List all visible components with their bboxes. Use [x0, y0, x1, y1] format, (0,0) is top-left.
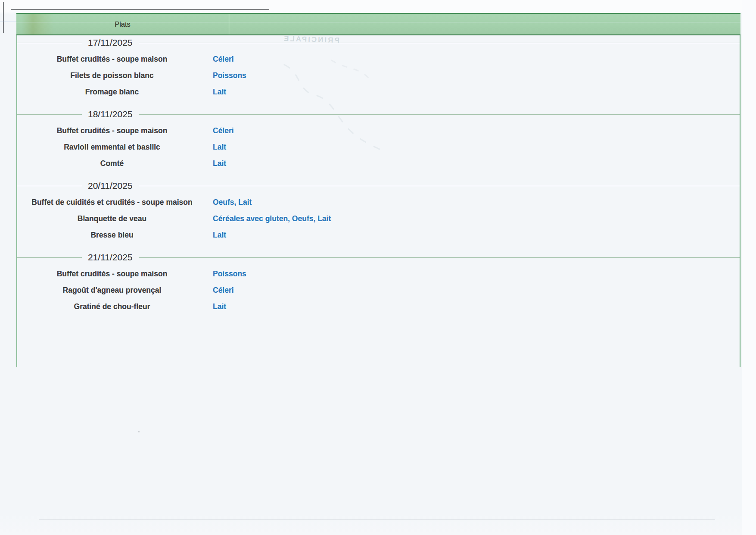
allergen-list: Céleri [213, 285, 740, 295]
date-divider-line-right [139, 186, 740, 186]
allergen-list: Poissons [213, 269, 740, 279]
allergen-list: Lait [213, 158, 740, 169]
dish-name: Bresse bleu [17, 230, 207, 240]
allergen-list: Lait [213, 142, 740, 152]
page-right-margin [742, 0, 756, 535]
dish-row: Gratiné de chou-fleurLait [17, 301, 740, 312]
scan-artifact-bottom-line [39, 519, 715, 520]
dish-name: Comté [17, 158, 207, 169]
dish-name: Gratiné de chou-fleur [17, 301, 207, 312]
dish-row: Filets de poisson blancPoissons [17, 70, 740, 81]
allergen-list: Oeufs, Lait [213, 197, 740, 207]
scan-artifact-speck [138, 431, 140, 432]
scan-artifact-left-edge [3, 2, 4, 33]
dish-row: Ravioli emmental et basilicLait [17, 142, 740, 152]
allergen-list: Céréales avec gluten, Oeufs, Lait [213, 213, 740, 224]
date-label: 21/11/2025 [82, 252, 139, 263]
scanned-menu-page: { "table": { "header": { "plats_label": … [0, 0, 756, 535]
dish-row: Fromage blancLait [17, 87, 740, 97]
allergen-list: Lait [213, 230, 740, 240]
date-divider-line-left [17, 43, 82, 43]
dish-row: Ragoût d'agneau provençalCéleri [17, 285, 740, 295]
table-body: 17/11/2025Buffet crudités - soupe maison… [16, 35, 740, 367]
date-divider: 20/11/2025 [17, 181, 740, 191]
date-label: 18/11/2025 [82, 109, 139, 119]
menu-day-section: 18/11/2025Buffet crudités - soupe maison… [17, 109, 740, 169]
dish-row: Buffet crudités - soupe maisonPoissons [17, 269, 740, 279]
allergen-list: Lait [213, 87, 740, 97]
dish-name: Buffet crudités - soupe maison [17, 54, 207, 64]
date-divider-line-right [139, 43, 740, 43]
allergen-list: Poissons [213, 70, 740, 81]
allergen-list: Céleri [213, 125, 740, 136]
dish-name: Ravioli emmental et basilic [17, 142, 207, 152]
dish-name: Buffet de cuidités et crudités - soupe m… [17, 197, 207, 207]
date-divider: 21/11/2025 [17, 252, 740, 263]
dish-name: Buffet crudités - soupe maison [17, 269, 207, 279]
dish-name: Ragoût d'agneau provençal [17, 285, 207, 295]
date-divider-line-left [17, 257, 82, 258]
dish-name: Blanquette de veau [17, 213, 207, 224]
scan-artifact-top-line [11, 9, 269, 10]
dish-row: Blanquette de veauCéréales avec gluten, … [17, 213, 740, 224]
allergen-list: Lait [213, 301, 740, 312]
dish-name: Buffet crudités - soupe maison [17, 125, 207, 136]
dish-row: Buffet crudités - soupe maisonCéleri [17, 125, 740, 136]
scan-artifact-margin-line [0, 22, 17, 22]
menu-allergen-table: Plats 17/11/2025Buffet crudités - soupe … [16, 13, 740, 367]
plats-column-label: Plats [115, 20, 131, 28]
date-divider: 17/11/2025 [17, 38, 740, 48]
table-header-row: Plats [16, 13, 740, 35]
date-label: 20/11/2025 [82, 181, 139, 191]
header-cell-allergens [229, 14, 740, 34]
dish-name: Fromage blanc [17, 87, 207, 97]
allergen-list: Céleri [213, 54, 740, 64]
dish-row: ComtéLait [17, 158, 740, 169]
dish-row: Buffet crudités - soupe maisonCéleri [17, 54, 740, 64]
dish-row: Buffet de cuidités et crudités - soupe m… [17, 197, 740, 207]
dish-row: Bresse bleuLait [17, 230, 740, 240]
date-label: 17/11/2025 [82, 38, 139, 48]
menu-day-section: 17/11/2025Buffet crudités - soupe maison… [17, 38, 740, 97]
menu-day-section: 20/11/2025Buffet de cuidités et crudités… [17, 181, 740, 240]
date-divider-line-right [139, 114, 740, 115]
date-divider-line-right [139, 257, 740, 258]
dish-name: Filets de poisson blanc [17, 70, 207, 81]
menu-day-section: 21/11/2025Buffet crudités - soupe maison… [17, 252, 740, 312]
header-cell-plats: Plats [16, 14, 229, 34]
date-divider-line-left [17, 186, 82, 186]
date-divider: 18/11/2025 [17, 109, 740, 119]
date-divider-line-left [17, 114, 82, 115]
